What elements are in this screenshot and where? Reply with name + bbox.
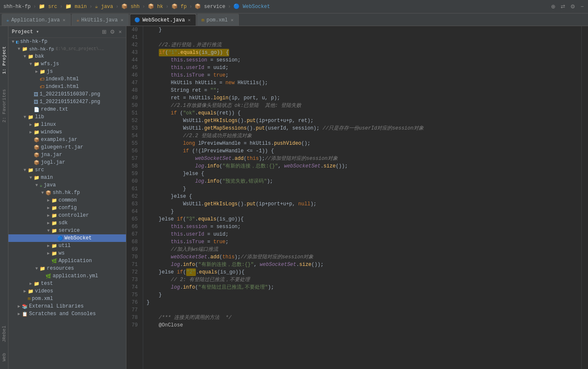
tree-item-main[interactable]: ▼ 📁 main [8,174,126,181]
gutter-56: 56 [126,147,139,155]
panel-tab-favorites[interactable]: 2: Favorites [1,86,8,126]
code-line-56: if (!(lPreviewHandle <= -1)) { [147,147,581,155]
tree-item-common[interactable]: ▶ 📁 common [8,196,126,204]
tree-item-config[interactable]: ▶ 📁 config [8,204,126,212]
gutter-63: 63 [126,200,139,208]
tab-close-ws[interactable]: ✕ [187,17,192,23]
code-line-57: webSocketSet.add(this);//添加登陆对应的session对… [147,155,581,162]
tree-item-videos[interactable]: ▶ 📁 videos [8,287,126,295]
tree-item-package[interactable]: ▼ 📦 shh.hk.fp [8,189,126,196]
code-line-45: this.userId = uuid; [147,64,581,72]
tree-item-src[interactable]: ▼ 📁 src [8,166,126,174]
tree-item-websocket[interactable]: ▶ 🔵 WebSocket [8,234,126,242]
gutter-66: 66 [126,223,139,231]
code-line-73: // 2: 有登陆过已推流，不要处理 [147,276,581,284]
java-crumb: ☕ java [95,3,113,10]
tree-item-application[interactable]: ▶ 🌿 Application [8,257,126,265]
editor-right-margin [581,26,588,369]
project-name: shh-hk-fp [3,4,31,10]
code-line-74: log.info("有登陆过且已推流,不要处理"); [147,284,581,291]
panel-tab-jrebel[interactable]: JRebel [1,322,8,346]
code-line-60: log.info("预览失败,错误码"); [147,178,581,185]
shh-crumb: 📦 shh [121,3,140,10]
code-line-63: WsUtil.getHkIsLogs().put(ip+port+u+p, nu… [147,200,581,208]
main-crumb: 📁 main [65,3,87,10]
tab-label-app: Application.java [11,17,60,23]
tree-item-examples[interactable]: ▶ 📦 examples.jar [8,136,126,143]
tab-pom[interactable]: m pom.xml ✕ [197,14,239,26]
tree-item-controller[interactable]: ▶ 📁 controller [8,212,126,219]
code-line-41 [147,34,581,41]
panel-tab-project[interactable]: 1: Project [1,43,8,77]
gutter-69: 69 [126,246,139,253]
settings-btn[interactable]: ⚙ [569,3,576,11]
gutter-46: 46 [126,72,139,79]
fp-crumb: 📦 fp [171,3,187,10]
tree-item-util[interactable]: ▶ 📁 util [8,242,126,250]
tree-item-redme[interactable]: ▶ 📄 redme.txt [8,106,126,113]
tree-item-wfsjs[interactable]: ▼ 📁 wfs.js [8,60,126,68]
tree-item-sdk[interactable]: ▶ 📁 sdk [8,219,126,227]
tree-item-bak[interactable]: ▼ 📁 bak [8,53,126,60]
gutter-73: 73 [126,276,139,284]
code-line-75: } [147,291,581,299]
tab-application[interactable]: ☕ Application.java ✕ [2,14,71,26]
nav-btn-1[interactable]: ⊕ [550,3,556,11]
tab-close-app[interactable]: ✕ [62,17,67,23]
tab-close-hk[interactable]: ✕ [120,17,125,23]
file-tree: ▼ ◧ shh-hk-fp ▼ 📁 shh-hk-fp E:\0_src_pro… [8,38,126,318]
tree-item-appyml[interactable]: ▶ 🌿 application.yml [8,272,126,280]
editor-code[interactable]: } //2.进行登陆，并进行推流 if("1".equals(is_go)) {… [143,26,581,369]
tree-item-service[interactable]: ▼ 📁 service [8,227,126,234]
gutter-77: 77 [126,306,139,314]
tree-item-test[interactable]: ▶ 📁 test [8,280,126,287]
tree-item-png2[interactable]: ▶ 🖼 1_20221015162427.png [8,98,126,106]
tree-item-module[interactable]: ▼ 📁 shh-hk-fp E:\0_src_project\... [8,45,126,53]
src-crumb: 📁 src [39,3,57,10]
tree-item-index0[interactable]: ▶ 🏷 index0.html [8,75,126,83]
panel-tab-web[interactable]: Web [1,350,8,365]
gutter-61: 61 [126,185,139,193]
sidebar-gear-btn[interactable]: ⚙ [109,28,116,36]
tree-item-pomxml[interactable]: ▶ m pom.xml [8,295,126,303]
code-line-53: WsUtil.getMapSessions().put(userId, sess… [147,125,581,132]
code-line-67: this.userId = uuid; [147,231,581,238]
tree-item-png1[interactable]: ▶ 🖼 1_20221015160307.png [8,90,126,98]
gutter-53: 53 [126,125,139,132]
gutter-54: 54 [126,132,139,140]
tree-item-index1[interactable]: ▶ 🏷 index1.html [8,83,126,90]
tree-item-java[interactable]: ▼ ☕ java [8,181,126,189]
gutter-68: 68 [126,238,139,246]
tree-item-jogl[interactable]: ▶ 📦 jogl.jar [8,159,126,166]
tree-item-project[interactable]: ▼ ◧ shh-hk-fp [8,38,126,45]
tree-item-scratches[interactable]: ▶ 📋 Scratches and Consoles [8,310,126,318]
tab-hkutils[interactable]: ☕ HkUtils.java ✕ [72,14,129,26]
tree-item-gluegen[interactable]: ▶ 📦 gluegen-rt.jar [8,143,126,151]
tree-item-windows[interactable]: ▶ 📁 windows [8,128,126,136]
sidebar-hide-btn[interactable]: × [118,28,123,36]
arrow-module: ▼ [16,47,22,51]
sidebar-external-btn[interactable]: ⊞ [101,28,107,36]
tree-item-jna[interactable]: ▶ 📦 jna.jar [8,151,126,159]
gutter-44: 44 [126,56,139,64]
tree-item-resources[interactable]: ▼ 📁 resources [8,265,126,272]
tab-label-ws: WebSocket.java [142,17,185,23]
tree-item-ws[interactable]: ▶ 📁 ws [8,250,126,257]
gutter-50: 50 [126,102,139,109]
code-line-46: this.isTrue = true; [147,72,581,79]
minimize-btn[interactable]: − [580,3,585,11]
code-line-69: //加入到ws端口推流 [147,246,581,253]
gutter-57: 57 [126,155,139,162]
code-line-68: this.isTrue = true; [147,238,581,246]
tab-websocket[interactable]: 🔵 WebSocket.java ✕ [130,14,196,26]
tree-item-external[interactable]: ▶ 📚 External Libraries [8,303,126,310]
tab-close-pom[interactable]: ✕ [230,17,235,23]
tree-item-js[interactable]: ▶ 📁 js [8,68,126,75]
left-panel-tabs: 1: Project 2: Favorites JRebel Web [0,26,8,369]
tree-item-linux[interactable]: ▶ 📁 linux [8,121,126,128]
nav-btn-2[interactable]: ⇄ [560,3,566,11]
tree-item-lib[interactable]: ▼ 📁 lib [8,113,126,121]
hk-icon: ☕ [76,17,79,23]
code-line-52: WsUtil.getHkIsLogs().put(ip+port+u+p, re… [147,117,581,125]
ws-icon: 🔵 [134,17,140,23]
